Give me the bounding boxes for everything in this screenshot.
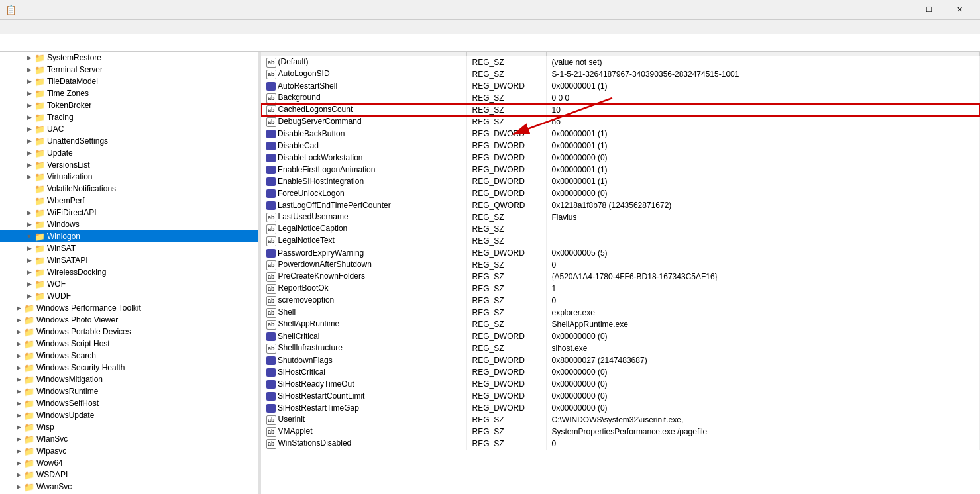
table-row[interactable]: abCachedLogonsCount REG_SZ 10: [261, 104, 980, 116]
value-name[interactable]: abShellAppRuntime: [261, 319, 466, 330]
table-row[interactable]: abReportBootOk REG_SZ 1: [261, 283, 980, 295]
expand-arrow[interactable]: [24, 231, 34, 242]
tree-item-windowsruntime[interactable]: 📁 WindowsRuntime: [0, 385, 258, 397]
value-name[interactable]: abVMApplet: [261, 426, 466, 438]
value-name[interactable]: AutoRestartShell: [261, 80, 466, 92]
expand-arrow[interactable]: [24, 291, 34, 301]
value-name[interactable]: abBackground: [261, 92, 466, 104]
table-row[interactable]: EnableSIHostIntegration REG_DWORD 0x0000…: [261, 175, 980, 187]
tree-item-windowsperformancetoolkit[interactable]: 📁 Windows Performance Toolkit: [0, 302, 258, 314]
tree-item-systemrestore[interactable]: 📁 SystemRestore: [0, 52, 258, 64]
table-row[interactable]: abShellInfrastructure REG_SZ sihost.exe: [261, 342, 980, 354]
expand-arrow[interactable]: [24, 136, 34, 146]
expand-arrow[interactable]: [13, 398, 24, 409]
menu-view[interactable]: [21, 26, 32, 28]
value-name[interactable]: DisableLockWorkstation: [261, 152, 466, 164]
tree-item-tiledatamodel[interactable]: 📁 TileDataModel: [0, 75, 258, 87]
tree-item-wisp[interactable]: 📁 Wisp: [0, 421, 258, 433]
value-name[interactable]: LastLogOffEndTimePerfCounter: [261, 199, 466, 211]
expand-arrow[interactable]: [24, 64, 34, 75]
tree-item-wbemperf[interactable]: 📁 WbemPerf: [0, 195, 258, 207]
tree-item-terminalserver[interactable]: 📁 Terminal Server: [0, 64, 258, 75]
expand-arrow[interactable]: [13, 303, 24, 313]
tree-item-tracing[interactable]: 📁 Tracing: [0, 111, 258, 123]
tree-item-winlogon[interactable]: 📁 Winlogon: [0, 230, 258, 242]
tree-item-wifidirectapi[interactable]: 📁 WiFiDirectAPI: [0, 207, 258, 219]
expand-arrow[interactable]: [13, 446, 24, 456]
tree-item-windowsscripthost[interactable]: 📁 Windows Script Host: [0, 338, 258, 350]
table-row[interactable]: abLegalNoticeText REG_SZ: [261, 235, 980, 247]
tree-item-wlpasvc[interactable]: 📁 Wlpasvc: [0, 445, 258, 457]
expand-arrow[interactable]: [24, 279, 34, 289]
table-row[interactable]: ShellCritical REG_DWORD 0x00000000 (0): [261, 330, 980, 342]
menu-file[interactable]: [0, 26, 11, 28]
expand-arrow[interactable]: [13, 386, 24, 397]
table-row[interactable]: abVMApplet REG_SZ SystemPropertiesPerfor…: [261, 426, 980, 438]
tree-item-wudf[interactable]: 📁 WUDF: [0, 290, 258, 302]
tree-panel[interactable]: 📁 SystemRestore 📁 Terminal Server 📁 Tile…: [0, 52, 258, 494]
table-row[interactable]: abBackground REG_SZ 0 0 0: [261, 92, 980, 104]
value-name[interactable]: abReportBootOk: [261, 283, 466, 295]
value-name[interactable]: abLegalNoticeText: [261, 235, 466, 247]
expand-arrow[interactable]: [24, 219, 34, 230]
table-row[interactable]: abDebugServerCommand REG_SZ no: [261, 116, 980, 128]
table-row[interactable]: abLegalNoticeCaption REG_SZ: [261, 223, 980, 235]
tree-item-uac[interactable]: 📁 UAC: [0, 123, 258, 135]
expand-arrow[interactable]: [24, 172, 34, 182]
value-name[interactable]: abUserinit: [261, 414, 466, 426]
table-row[interactable]: abShellAppRuntime REG_SZ ShellAppRuntime…: [261, 319, 980, 330]
expand-arrow[interactable]: [13, 362, 24, 373]
table-row[interactable]: SiHostRestartTimeGap REG_DWORD 0x0000000…: [261, 402, 980, 414]
table-row[interactable]: abAutoLogonSID REG_SZ S-1-5-21-326418796…: [261, 68, 980, 80]
value-name[interactable]: abscremoveoption: [261, 295, 466, 307]
tree-item-winsat[interactable]: 📁 WinSAT: [0, 242, 258, 254]
tree-item-volatilenotifications[interactable]: 📁 VolatileNotifications: [0, 183, 258, 195]
expand-arrow[interactable]: [24, 243, 34, 254]
table-row[interactable]: LastLogOffEndTimePerfCounter REG_QWORD 0…: [261, 199, 980, 211]
tree-item-wwansvc[interactable]: 📁 WwanSvc: [0, 481, 258, 493]
table-row[interactable]: ab(Default) REG_SZ (value not set): [261, 56, 980, 69]
value-name[interactable]: abLastUsedUsername: [261, 211, 466, 223]
table-row[interactable]: abPreCreateKnownFolders REG_SZ {A520A1A4…: [261, 271, 980, 283]
table-row[interactable]: DisableBackButton REG_DWORD 0x00000001 (…: [261, 128, 980, 140]
maximize-button[interactable]: ☐: [914, 0, 944, 20]
expand-arrow[interactable]: [24, 52, 34, 63]
tree-item-versionslist[interactable]: 📁 VersionsList: [0, 159, 258, 171]
menu-favorites[interactable]: [32, 26, 42, 28]
value-name[interactable]: SiHostRestartTimeGap: [261, 402, 466, 414]
tree-item-windowssearch[interactable]: 📁 Windows Search: [0, 350, 258, 362]
menu-edit[interactable]: [11, 26, 21, 28]
expand-arrow[interactable]: [13, 481, 24, 492]
value-name[interactable]: abPowerdownAfterShutdown: [261, 259, 466, 271]
expand-arrow[interactable]: [24, 267, 34, 277]
tree-item-wsdapi[interactable]: 📁 WSDAPI: [0, 469, 258, 481]
expand-arrow[interactable]: [13, 350, 24, 361]
value-name[interactable]: PasswordExpiryWarning: [261, 247, 466, 259]
tree-item-tokenbroker[interactable]: 📁 TokenBroker: [0, 99, 258, 111]
tree-item-windowsselfhost[interactable]: 📁 WindowsSelfHost: [0, 397, 258, 409]
value-name[interactable]: abDebugServerCommand: [261, 116, 466, 128]
tree-item-timezones[interactable]: 📁 Time Zones: [0, 87, 258, 99]
value-name[interactable]: abAutoLogonSID: [261, 68, 466, 80]
value-name[interactable]: SiHostCritical: [261, 366, 466, 378]
table-row[interactable]: abscremoveoption REG_SZ 0: [261, 295, 980, 307]
expand-arrow[interactable]: [24, 88, 34, 99]
expand-arrow[interactable]: [24, 124, 34, 134]
expand-arrow[interactable]: [13, 315, 24, 325]
expand-arrow[interactable]: [24, 207, 34, 218]
value-name[interactable]: DisableCad: [261, 140, 466, 152]
value-name[interactable]: abShell: [261, 307, 466, 319]
value-name[interactable]: DisableBackButton: [261, 128, 466, 140]
tree-item-wof[interactable]: 📁 WOF: [0, 278, 258, 290]
table-row[interactable]: DisableCad REG_DWORD 0x00000001 (1): [261, 140, 980, 152]
value-name[interactable]: EnableSIHostIntegration: [261, 175, 466, 187]
tree-item-windowsupdate[interactable]: 📁 WindowsUpdate: [0, 409, 258, 421]
value-name[interactable]: SiHostReadyTimeOut: [261, 378, 466, 390]
table-row[interactable]: ShutdownFlags REG_DWORD 0x80000027 (2147…: [261, 354, 980, 366]
value-name[interactable]: abLegalNoticeCaption: [261, 223, 466, 235]
tree-item-wlansvc[interactable]: 📁 WlanSvc: [0, 433, 258, 445]
table-row[interactable]: abShell REG_SZ explorer.exe: [261, 307, 980, 319]
expand-arrow[interactable]: [13, 469, 24, 480]
expand-arrow[interactable]: [13, 434, 24, 444]
expand-arrow[interactable]: [13, 410, 24, 420]
